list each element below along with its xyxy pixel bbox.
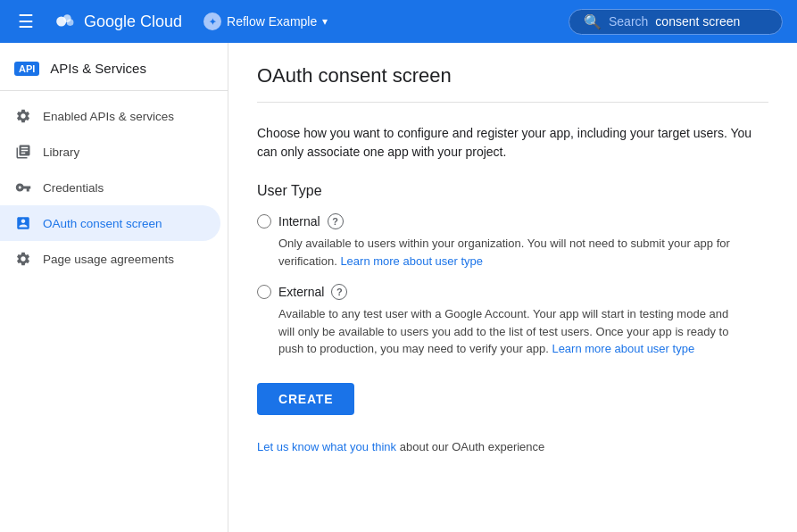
internal-learn-more-link[interactable]: Learn more about user type	[340, 254, 483, 268]
search-icon: 🔍	[584, 13, 602, 30]
library-icon	[14, 143, 32, 161]
internal-help-icon[interactable]: ?	[328, 213, 344, 229]
logo: Google Cloud	[52, 12, 182, 31]
internal-description: Only available to users within your orga…	[278, 235, 743, 270]
page-title: OAuth consent screen	[257, 64, 768, 103]
external-label: External	[278, 285, 324, 299]
svg-point-2	[67, 19, 74, 26]
sidebar-item-oauth-consent[interactable]: OAuth consent screen	[0, 205, 220, 241]
internal-label: Internal	[278, 214, 320, 229]
description: Choose how you want to configure and reg…	[257, 124, 768, 162]
layout: API APIs & Services Enabled APIs & servi…	[0, 43, 797, 532]
sidebar-title: APIs & Services	[50, 61, 146, 76]
search-placeholder: consent screen	[655, 14, 740, 29]
search-bar[interactable]: 🔍 Search consent screen	[569, 9, 783, 35]
create-button[interactable]: CREATE	[257, 383, 354, 415]
menu-icon[interactable]: ☰	[14, 7, 37, 36]
sidebar-item-label: OAuth consent screen	[43, 217, 162, 230]
sidebar-item-label: Library	[43, 145, 79, 159]
page-usage-icon	[14, 250, 32, 268]
project-selector[interactable]: ✦ Reflow Example ▾	[203, 12, 328, 30]
feedback-link[interactable]: Let us know what you think	[257, 440, 396, 453]
external-radio[interactable]	[257, 285, 271, 299]
internal-radio[interactable]	[257, 214, 271, 229]
project-icon: ✦	[203, 12, 221, 30]
sidebar-item-label: Page usage agreements	[43, 253, 174, 266]
enabled-apis-icon	[14, 107, 32, 125]
sidebar: API APIs & Services Enabled APIs & servi…	[0, 43, 228, 532]
internal-option: Internal ? Only available to users withi…	[257, 213, 768, 270]
user-type-group: Internal ? Only available to users withi…	[257, 213, 768, 358]
sidebar-item-label: Credentials	[43, 181, 104, 195]
oauth-consent-icon	[14, 214, 32, 232]
search-label: Search	[609, 14, 648, 29]
sidebar-item-page-usage[interactable]: Page usage agreements	[0, 241, 220, 277]
project-dropdown-icon: ▾	[322, 15, 328, 28]
main-content: OAuth consent screen Choose how you want…	[228, 43, 797, 532]
external-description: Available to any test user with a Google…	[278, 305, 743, 358]
sidebar-item-enabled-apis[interactable]: Enabled APIs & services	[0, 98, 220, 134]
sidebar-item-library[interactable]: Library	[0, 134, 220, 170]
google-cloud-logo-icon	[52, 12, 77, 31]
project-label: Reflow Example	[227, 14, 317, 29]
credentials-icon	[14, 179, 32, 196]
external-option: External ? Available to any test user wi…	[257, 284, 768, 358]
section-title: User Type	[257, 183, 768, 199]
sidebar-header: API APIs & Services	[0, 50, 228, 91]
sidebar-item-label: Enabled APIs & services	[43, 110, 174, 123]
external-learn-more-link[interactable]: Learn more about user type	[552, 342, 694, 355]
header: ☰ Google Cloud ✦ Reflow Example ▾ 🔍 Sear…	[0, 0, 797, 43]
external-help-icon[interactable]: ?	[331, 284, 347, 300]
external-radio-label[interactable]: External ?	[257, 284, 768, 300]
internal-radio-label[interactable]: Internal ?	[257, 213, 768, 229]
footer-text: Let us know what you think about our OAu…	[257, 440, 768, 453]
footer-suffix: about our OAuth experience	[396, 440, 544, 453]
sidebar-item-credentials[interactable]: Credentials	[0, 170, 220, 205]
api-badge: API	[14, 62, 39, 76]
